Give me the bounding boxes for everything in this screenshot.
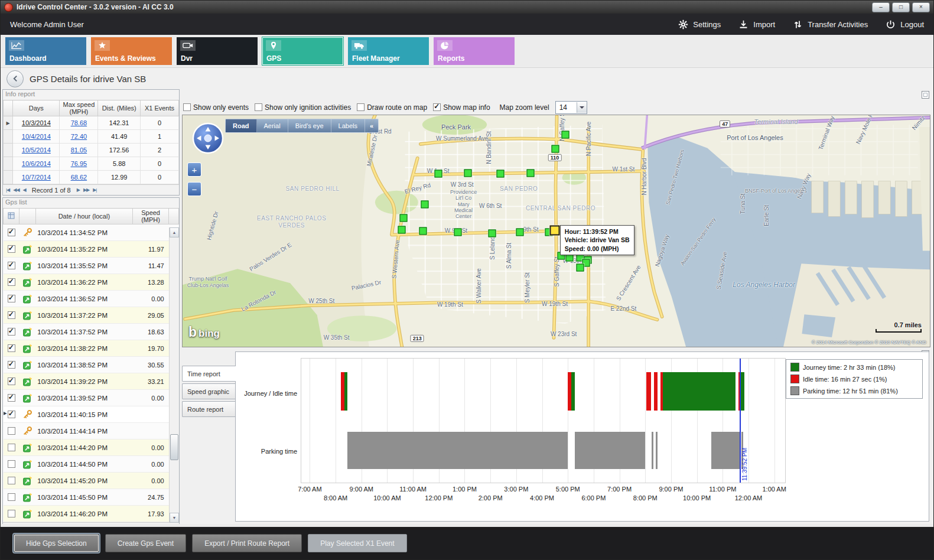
map-marker[interactable] — [464, 169, 472, 177]
day-link[interactable]: 10/7/2014 — [22, 174, 51, 181]
gps-row[interactable]: 10/3/2014 11:36:52 PM0.00 — [4, 291, 179, 307]
gps-row-checkbox[interactable] — [8, 510, 15, 517]
scrollbar-thumb[interactable] — [170, 434, 178, 460]
gps-row[interactable]: 10/3/2014 11:45:50 PM24.75 — [4, 489, 179, 506]
hide-gps-selection-button[interactable]: Hide Gps Selection — [14, 534, 99, 552]
col-date-hour[interactable]: Date / hour (local) — [35, 209, 132, 224]
col-max-speed[interactable]: Max speed (MPH) — [60, 100, 98, 116]
gps-row-checkbox[interactable] — [8, 477, 15, 484]
gps-row-checkbox[interactable] — [8, 262, 15, 269]
max-speed-link[interactable]: 68.62 — [71, 174, 87, 181]
zoom-out-button[interactable]: − — [187, 182, 201, 196]
close-button[interactable]: × — [912, 2, 930, 12]
menu-settings[interactable]: Settings — [678, 19, 721, 30]
menu-logout[interactable]: Logout — [886, 19, 924, 30]
select-all-header[interactable] — [4, 209, 19, 224]
scroll-down-icon[interactable]: ▼ — [170, 513, 179, 523]
max-speed-link[interactable]: 81.05 — [71, 146, 87, 154]
col-speed[interactable]: Speed (MPH) — [133, 209, 169, 224]
info-pager-prev-2-icon[interactable]: ◀ — [23, 187, 26, 193]
info-row[interactable]: 10/4/201472.4041.491 — [4, 130, 179, 144]
export-print-route-report-button[interactable]: Export / Print Route Report — [192, 534, 302, 552]
gps-row[interactable]: 10/3/2014 11:37:52 PM18.63 — [4, 324, 179, 340]
create-gps-event-button[interactable]: Create Gps Event — [105, 534, 186, 552]
zoom-in-button[interactable]: + — [187, 162, 201, 177]
gps-row[interactable]: ▶10/3/2014 11:40:15 PM — [4, 406, 179, 423]
minimize-button[interactable]: – — [872, 2, 890, 12]
checkbox-box-icon[interactable] — [183, 103, 191, 111]
gps-row[interactable]: 10/3/2014 11:35:52 PM11.47 — [4, 258, 179, 274]
map-marker[interactable] — [398, 226, 405, 233]
checkbox-show-only-events[interactable]: Show only events — [183, 103, 249, 112]
map-viewbar-collapse-icon[interactable]: « — [365, 119, 378, 132]
gps-row-checkbox[interactable] — [8, 311, 15, 319]
report-tab-route-report[interactable]: Route report — [182, 401, 235, 417]
gps-row-checkbox[interactable] — [8, 411, 15, 418]
menu-import[interactable]: Import — [738, 19, 775, 30]
map-marker[interactable] — [576, 263, 584, 271]
play-selected-x1-event-button[interactable]: Play Selected X1 Event — [308, 534, 406, 552]
gps-row[interactable]: 10/3/2014 11:34:52 PM — [4, 224, 179, 241]
map-marker[interactable] — [400, 214, 408, 222]
info-pager-next-2-icon[interactable]: ▶| — [93, 187, 96, 193]
gps-row-checkbox[interactable] — [8, 361, 15, 369]
map-marker[interactable] — [488, 230, 496, 237]
gps-row[interactable]: 10/3/2014 11:44:50 PM0.00 — [4, 456, 179, 473]
gps-row-checkbox[interactable] — [8, 394, 15, 402]
map[interactable]: Crest RdPeck ParkW Summerland AveW 1st S… — [182, 115, 930, 347]
map-marker[interactable] — [552, 145, 559, 153]
info-row[interactable]: 10/5/201481.05172.562 — [4, 144, 179, 157]
info-pager-next-0-icon[interactable]: ▶ — [77, 187, 80, 193]
gps-row-checkbox[interactable] — [8, 427, 15, 435]
gps-row-checkbox[interactable] — [8, 245, 15, 253]
gps-row-checkbox[interactable] — [8, 377, 15, 385]
gps-row-checkbox[interactable] — [8, 328, 15, 336]
map-marker[interactable] — [527, 169, 535, 177]
checkbox-box-icon[interactable] — [357, 103, 365, 111]
day-link[interactable]: 10/4/2014 — [22, 133, 51, 140]
gps-row[interactable]: 10/3/2014 11:37:22 PM29.05 — [4, 307, 179, 324]
maximize-button[interactable]: □ — [892, 2, 910, 12]
gps-row-checkbox[interactable] — [8, 493, 15, 501]
info-row[interactable]: 10/7/201468.6212.990 — [4, 171, 179, 184]
col-x1-events[interactable]: X1 Events — [140, 100, 178, 116]
gps-row-checkbox[interactable] — [8, 295, 15, 302]
nav-tab-gps[interactable]: GPS — [262, 37, 343, 65]
col-dist[interactable]: Dist. (Miles) — [98, 100, 141, 116]
col-days[interactable]: Days — [13, 100, 60, 116]
map-marker[interactable] — [419, 227, 427, 235]
info-row[interactable]: ▶10/3/201478.68142.310 — [4, 116, 179, 130]
map-marker[interactable] — [561, 131, 569, 138]
day-link[interactable]: 10/5/2014 — [22, 146, 51, 154]
collapse-map-panel-button[interactable] — [922, 91, 929, 99]
nav-tab-dashboard[interactable]: Dashboard — [5, 37, 86, 65]
map-marker[interactable] — [421, 200, 428, 208]
map-view-tab-aerial[interactable]: Aerial — [257, 119, 288, 132]
info-pager-prev-1-icon[interactable]: ◀◀ — [13, 187, 19, 193]
nav-tab-fleet-manager[interactable]: Fleet Manager — [348, 37, 429, 65]
map-marker-selected[interactable] — [549, 226, 559, 236]
map-marker[interactable] — [496, 170, 504, 177]
map-view-tab-labels[interactable]: Labels — [331, 119, 365, 132]
info-row[interactable]: 10/6/201476.955.880 — [4, 157, 179, 171]
max-speed-link[interactable]: 78.68 — [71, 119, 87, 126]
info-pager-prev-0-icon[interactable]: |◀ — [6, 187, 9, 193]
report-tab-time-report[interactable]: Time report — [182, 366, 236, 382]
map-view-tab-road[interactable]: Road — [226, 119, 257, 132]
chart-plot[interactable]: 7:00 AM8:00 AM9:00 AM10:00 AM11:00 AM12:… — [301, 358, 786, 483]
report-tab-speed-graphic[interactable]: Speed graphic — [182, 383, 235, 399]
map-zoom-select[interactable]: 14 — [555, 101, 587, 114]
gps-row-checkbox[interactable] — [8, 278, 15, 286]
gps-row[interactable]: 10/3/2014 11:39:52 PM0.00 — [4, 390, 179, 406]
checkbox-draw-route-on-map[interactable]: Draw route on map — [357, 103, 427, 112]
checkbox-show-map-info[interactable]: Show map info — [433, 103, 490, 112]
time-cursor-line[interactable] — [740, 359, 741, 483]
checkbox-box-icon[interactable] — [255, 103, 262, 111]
map-marker[interactable] — [454, 229, 461, 236]
info-pager-next-1-icon[interactable]: ▶▶ — [83, 187, 89, 193]
gps-row-checkbox[interactable] — [8, 444, 15, 451]
map-marker[interactable] — [434, 170, 442, 177]
gps-row[interactable]: 10/3/2014 11:44:20 PM0.00 — [4, 439, 179, 456]
map-marker[interactable] — [516, 228, 523, 236]
gps-list-scrollbar[interactable]: ▲ ▼ — [169, 227, 179, 523]
